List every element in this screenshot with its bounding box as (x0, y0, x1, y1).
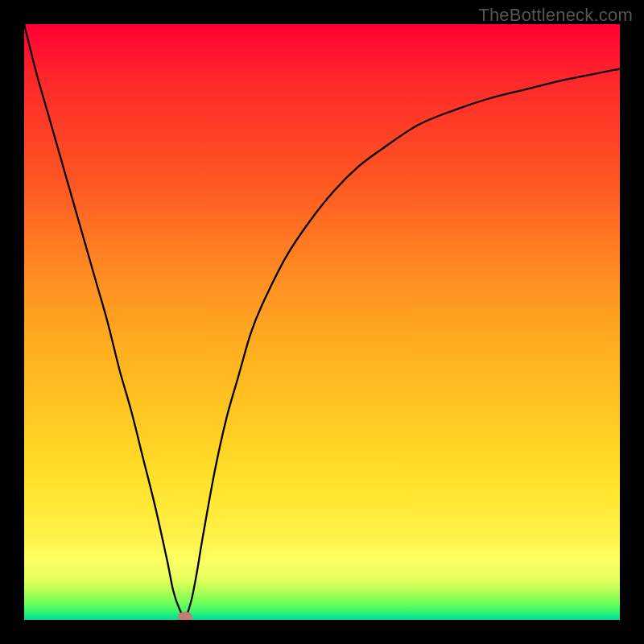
bottleneck-curve (24, 24, 620, 620)
optimum-marker (178, 612, 192, 620)
chart-frame: TheBottleneck.com (0, 0, 644, 644)
plot-area (24, 24, 620, 620)
watermark: TheBottleneck.com (478, 5, 633, 26)
